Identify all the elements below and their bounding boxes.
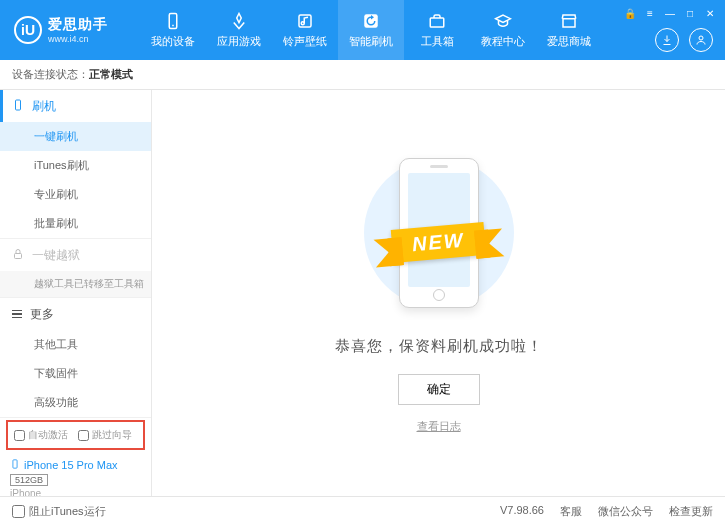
- logo-icon: iU: [14, 16, 42, 44]
- sidebar-head-jailbreak: 一键越狱: [0, 239, 151, 271]
- music-icon: [295, 11, 315, 31]
- nav-label: 教程中心: [481, 34, 525, 49]
- sidebar-item-pro[interactable]: 专业刷机: [0, 180, 151, 209]
- storage-badge: 512GB: [10, 474, 48, 486]
- new-ribbon: NEW: [391, 222, 486, 263]
- nav-my-device[interactable]: 我的设备: [140, 0, 206, 60]
- window-controls: 🔒 ≡ — □ ✕: [623, 6, 717, 20]
- status-value: 正常模式: [89, 67, 133, 82]
- nav-tutorials[interactable]: 教程中心: [470, 0, 536, 60]
- phone-icon: [163, 11, 183, 31]
- brand-url: www.i4.cn: [48, 34, 108, 44]
- sidebar-item-advanced[interactable]: 高级功能: [0, 388, 151, 417]
- footer-link-wechat[interactable]: 微信公众号: [598, 504, 653, 519]
- sidebar-item-other[interactable]: 其他工具: [0, 330, 151, 359]
- jailbreak-note: 越狱工具已转移至工具箱: [0, 271, 151, 297]
- block-itunes-checkbox[interactable]: 阻止iTunes运行: [12, 504, 106, 519]
- options-box: 自动激活 跳过向导: [6, 420, 145, 450]
- footer: 阻止iTunes运行 V7.98.66 客服 微信公众号 检查更新: [0, 496, 725, 526]
- lock-icon: [12, 248, 24, 263]
- svg-rect-9: [15, 253, 22, 258]
- device-name[interactable]: iPhone 15 Pro Max: [10, 458, 141, 472]
- nav-apps[interactable]: 应用游戏: [206, 0, 272, 60]
- sidebar-item-itunes[interactable]: iTunes刷机: [0, 151, 151, 180]
- success-message: 恭喜您，保资料刷机成功啦！: [335, 337, 543, 356]
- phone-icon: [10, 458, 20, 472]
- ok-button[interactable]: 确定: [398, 374, 480, 405]
- nav-ringtones[interactable]: 铃声壁纸: [272, 0, 338, 60]
- nav-toolbox[interactable]: 工具箱: [404, 0, 470, 60]
- top-bar: iU 爱思助手 www.i4.cn 我的设备 应用游戏 铃声壁纸 智能刷机 工具…: [0, 0, 725, 60]
- sidebar-head-more[interactable]: 更多: [0, 298, 151, 330]
- svg-point-7: [699, 36, 703, 40]
- svg-rect-5: [430, 18, 444, 27]
- status-prefix: 设备连接状态：: [12, 67, 89, 82]
- logo-area: iU 爱思助手 www.i4.cn: [0, 16, 140, 44]
- minimize-icon[interactable]: —: [663, 6, 677, 20]
- skip-guide-checkbox[interactable]: 跳过向导: [78, 428, 132, 442]
- sidebar-head-label: 更多: [30, 306, 54, 323]
- checkbox-label: 阻止iTunes运行: [29, 504, 106, 519]
- nav-label: 智能刷机: [349, 34, 393, 49]
- nav-label: 铃声壁纸: [283, 34, 327, 49]
- sidebar: 刷机 一键刷机 iTunes刷机 专业刷机 批量刷机 一键越狱 越狱工具已转移至…: [0, 90, 152, 496]
- device-name-text: iPhone 15 Pro Max: [24, 459, 118, 471]
- checkbox-label: 跳过向导: [92, 428, 132, 442]
- footer-link-update[interactable]: 检查更新: [669, 504, 713, 519]
- sidebar-head-label: 刷机: [32, 98, 56, 115]
- menu-icon: [12, 310, 22, 319]
- nav-label: 应用游戏: [217, 34, 261, 49]
- brand-title: 爱思助手: [48, 16, 108, 34]
- footer-link-support[interactable]: 客服: [560, 504, 582, 519]
- svg-rect-10: [13, 460, 17, 468]
- store-icon: [559, 11, 579, 31]
- menu-icon[interactable]: ≡: [643, 6, 657, 20]
- main-content: NEW 恭喜您，保资料刷机成功啦！ 确定 查看日志: [152, 90, 725, 496]
- status-bar: 设备连接状态： 正常模式: [0, 60, 725, 90]
- device-type: iPhone: [10, 488, 141, 496]
- maximize-icon[interactable]: □: [683, 6, 697, 20]
- nav-smart-flash[interactable]: 智能刷机: [338, 0, 404, 60]
- sidebar-head-label: 一键越狱: [32, 247, 80, 264]
- version-text: V7.98.66: [500, 504, 544, 519]
- sidebar-head-flash[interactable]: 刷机: [0, 90, 151, 122]
- graduation-icon: [493, 11, 513, 31]
- sidebar-item-download[interactable]: 下载固件: [0, 359, 151, 388]
- lock-icon[interactable]: 🔒: [623, 6, 637, 20]
- sidebar-item-batch[interactable]: 批量刷机: [0, 209, 151, 238]
- top-nav: 我的设备 应用游戏 铃声壁纸 智能刷机 工具箱 教程中心 爱思商城: [140, 0, 602, 60]
- view-log-link[interactable]: 查看日志: [417, 419, 461, 434]
- nav-label: 爱思商城: [547, 34, 591, 49]
- user-button[interactable]: [689, 28, 713, 52]
- download-button[interactable]: [655, 28, 679, 52]
- checkbox-label: 自动激活: [28, 428, 68, 442]
- device-info: iPhone 15 Pro Max 512GB iPhone: [0, 452, 151, 496]
- close-icon[interactable]: ✕: [703, 6, 717, 20]
- refresh-icon: [361, 11, 381, 31]
- svg-rect-8: [16, 100, 21, 110]
- toolbox-icon: [427, 11, 447, 31]
- flash-icon: [12, 99, 24, 114]
- success-illustration: NEW: [349, 153, 529, 323]
- nav-label: 我的设备: [151, 34, 195, 49]
- apps-icon: [229, 11, 249, 31]
- auto-activate-checkbox[interactable]: 自动激活: [14, 428, 68, 442]
- sidebar-item-oneclick[interactable]: 一键刷机: [0, 122, 151, 151]
- svg-rect-6: [563, 19, 575, 27]
- nav-label: 工具箱: [421, 34, 454, 49]
- nav-store[interactable]: 爱思商城: [536, 0, 602, 60]
